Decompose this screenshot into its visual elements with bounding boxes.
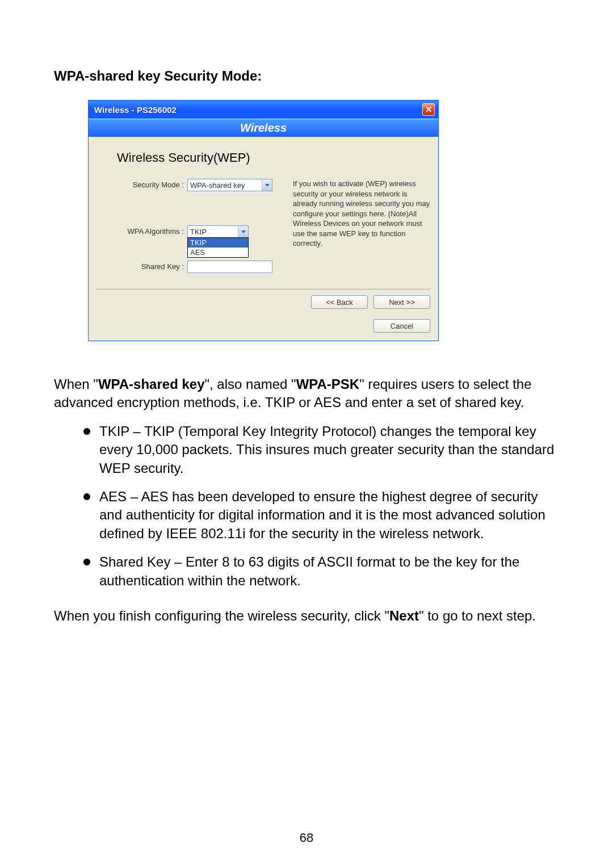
nav-button-row: << Back Next >> (96, 289, 430, 309)
list-item: Shared Key – Enter 8 to 63 digits of ASC… (95, 553, 559, 590)
shared-key-input[interactable] (187, 261, 272, 273)
inner-heading: Wireless Security(WEP) (117, 150, 430, 165)
bold-text: WPA-PSK (296, 376, 360, 392)
section-header: Wireless (89, 119, 438, 137)
security-mode-label: Security Mode : (96, 179, 187, 189)
dialog-body: Wireless Security(WEP) Security Mode : W… (89, 137, 438, 341)
bold-text: Next (389, 608, 419, 623)
paragraph-1: When "WPA-shared key", also named "WPA-P… (54, 375, 559, 412)
wpa-algo-value: TKIP (188, 228, 238, 236)
form-left: Security Mode : WPA-shared key WPA Algor… (96, 179, 284, 279)
chevron-down-icon (262, 179, 272, 191)
text: When you finish configuring the wireless… (54, 608, 389, 623)
dropdown-item-tkip[interactable]: TKIP (188, 238, 248, 248)
wpa-algo-label: WPA Algorithms : (96, 225, 187, 236)
help-text: If you wish to activate (WEP) wireless s… (293, 179, 430, 249)
text: When " (54, 376, 98, 392)
chevron-down-icon (238, 226, 248, 237)
page-number: 68 (0, 831, 613, 845)
next-button[interactable]: Next >> (373, 295, 430, 309)
shared-key-row: Shared Key : (96, 261, 284, 273)
back-button[interactable]: << Back (311, 295, 368, 309)
bullet-list: TKIP – TKIP (Temporal Key Integrity Prot… (95, 422, 559, 590)
list-item: AES – AES has been developed to ensure t… (95, 488, 559, 543)
cancel-button[interactable]: Cancel (373, 319, 430, 333)
svg-marker-1 (241, 230, 246, 233)
window-title: Wireless - PS256002 (94, 105, 177, 115)
security-mode-row: Security Mode : WPA-shared key (96, 179, 284, 191)
security-mode-value: WPA-shared key (188, 181, 262, 190)
cancel-row: Cancel (96, 319, 430, 333)
wpa-algo-select[interactable]: TKIP TKIP AES (187, 225, 249, 238)
bold-text: WPA-shared key (98, 376, 205, 392)
dialog-window: Wireless - PS256002 ✕ Wireless Wireless … (88, 100, 439, 341)
dropdown-item-aes[interactable]: AES (188, 248, 248, 257)
text: " to go to next step. (419, 608, 536, 623)
svg-marker-0 (265, 184, 270, 187)
wpa-algo-dropdown: TKIP AES (187, 237, 249, 258)
close-button[interactable]: ✕ (422, 103, 435, 116)
form-area: Security Mode : WPA-shared key WPA Algor… (96, 179, 430, 279)
close-icon: ✕ (425, 104, 433, 115)
text: ", also named " (205, 376, 296, 392)
wpa-algo-row: WPA Algorithms : TKIP TKIP AES (96, 225, 284, 238)
section-heading: WPA-shared key Security Mode: (54, 68, 559, 84)
list-item: TKIP – TKIP (Temporal Key Integrity Prot… (95, 422, 559, 477)
title-bar: Wireless - PS256002 ✕ (89, 100, 438, 119)
security-mode-select[interactable]: WPA-shared key (187, 179, 272, 191)
shared-key-label: Shared Key : (96, 261, 187, 271)
paragraph-2: When you finish configuring the wireless… (54, 607, 559, 625)
